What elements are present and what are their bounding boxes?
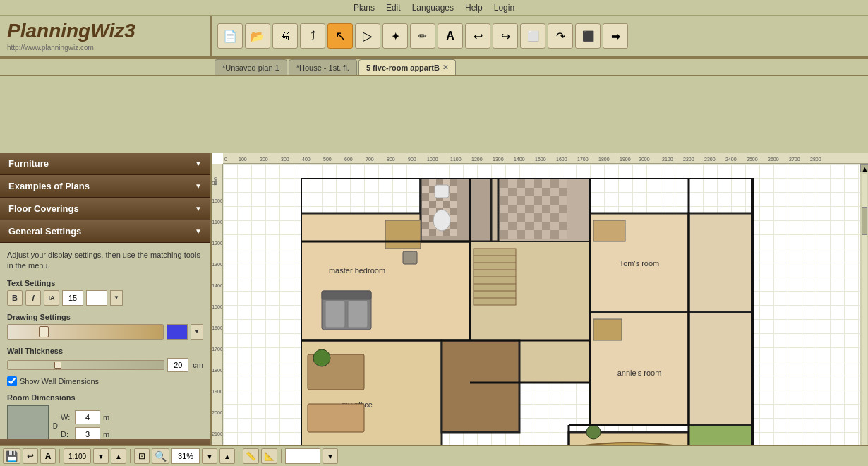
text-color-dropdown[interactable]: ▼ (110, 290, 123, 306)
tool-text[interactable]: A (438, 23, 463, 49)
tool-export[interactable]: ➡ (603, 23, 628, 49)
tool-rotate[interactable]: ↷ (548, 23, 573, 49)
general-settings-panel: Adjust your display settings, then use t… (0, 243, 210, 439)
svg-text:2300: 2300 (704, 157, 716, 162)
status-save-btn[interactable]: 💾 (3, 448, 20, 464)
tab-house[interactable]: *House - 1st. fl. (289, 59, 357, 75)
svg-rect-110 (508, 196, 517, 205)
tab-5room[interactable]: 5 five-room appartB ✕ (358, 59, 456, 75)
drawing-slider[interactable] (7, 324, 164, 340)
svg-rect-88 (429, 229, 436, 236)
unit-input[interactable]: Metric (285, 448, 320, 464)
sidebar-furniture[interactable]: Furniture ▼ (0, 153, 210, 175)
italic-btn[interactable]: f (25, 290, 41, 306)
sidebar-general-settings[interactable]: General Settings ▼ (0, 220, 210, 243)
status-text-btn[interactable]: A (40, 448, 56, 464)
tool-print[interactable]: 🖨 (272, 23, 298, 49)
svg-rect-121 (534, 205, 542, 213)
svg-text:1700: 1700 (577, 157, 589, 162)
scroll-up-btn[interactable]: ▲ (860, 164, 869, 172)
tool-redo[interactable]: ↪ (493, 23, 518, 49)
bold-btn[interactable]: B (7, 290, 23, 306)
drawing-color-dropdown[interactable]: ▼ (191, 324, 203, 340)
svg-text:1400: 1400 (212, 283, 223, 288)
zoom-percent-up[interactable]: ▲ (219, 448, 235, 464)
status-undo-btn[interactable]: ↩ (23, 448, 38, 464)
wall-thickness-row: cm (7, 358, 203, 372)
sidebar-floor-coverings[interactable]: Floor Coverings ▼ (0, 198, 210, 220)
tool-undo[interactable]: ↩ (465, 23, 490, 49)
zoom-out-btn[interactable]: 🔍 (152, 448, 169, 464)
canvas-area[interactable]: 0 100 200 300 400 500 600 700 800 900 10… (212, 153, 868, 466)
svg-rect-170 (593, 319, 622, 340)
drawing-color-picker[interactable] (167, 324, 188, 340)
measure-btn[interactable]: 📏 (243, 448, 259, 464)
tool-resize[interactable]: ⬜ (520, 23, 545, 49)
show-dims-checkbox[interactable] (7, 376, 17, 386)
svg-rect-140 (559, 222, 567, 230)
angle-btn[interactable]: 📐 (261, 448, 277, 464)
svg-text:2200: 2200 (683, 157, 694, 162)
width-label: W: (61, 413, 72, 422)
tool-room[interactable]: ✦ (382, 23, 408, 49)
svg-rect-119 (517, 205, 525, 213)
tool-crop[interactable]: ⬛ (575, 23, 601, 49)
wall-thickness-input[interactable] (167, 358, 188, 372)
menu-help[interactable]: Help (465, 3, 483, 13)
svg-rect-77 (422, 215, 429, 222)
svg-text:2100: 2100 (212, 431, 223, 436)
tool-draw-wall[interactable]: ▷ (355, 23, 380, 49)
scroll-thumb-v[interactable] (862, 207, 867, 235)
menu-login[interactable]: Login (494, 3, 514, 13)
svg-text:600: 600 (344, 157, 353, 162)
svg-rect-96 (525, 179, 534, 188)
svg-text:1800: 1800 (212, 368, 223, 373)
room-depth-input[interactable] (75, 427, 100, 439)
svg-rect-127 (517, 213, 525, 222)
svg-rect-69 (436, 201, 443, 208)
svg-rect-114 (542, 196, 550, 205)
svg-rect-118 (508, 205, 517, 213)
svg-text:1000: 1000 (427, 157, 438, 162)
room-dims-row: W D W: m D: m (7, 405, 203, 439)
svg-rect-82 (422, 222, 429, 229)
wall-thickness-slider[interactable] (7, 360, 164, 370)
svg-text:2000: 2000 (639, 157, 650, 162)
room-width-input[interactable] (75, 410, 100, 424)
tool-open[interactable]: 📂 (245, 23, 270, 49)
zoom-scale-display[interactable]: 1:100 (64, 448, 91, 464)
scrollbar-right[interactable]: ▲ ▼ (860, 164, 868, 466)
svg-rect-61 (450, 186, 457, 193)
svg-rect-30 (212, 164, 223, 466)
zoom-percent-input[interactable] (171, 448, 200, 464)
svg-text:0: 0 (224, 157, 227, 162)
zoom-percent-down[interactable]: ▼ (202, 448, 217, 464)
room-d-label: D (53, 422, 58, 429)
svg-rect-136 (525, 222, 534, 230)
tool-share[interactable]: ⤴ (300, 23, 325, 49)
zoom-scale-down[interactable]: ▼ (93, 448, 109, 464)
unit-dropdown[interactable]: ▼ (323, 448, 338, 464)
svg-rect-94 (508, 179, 517, 188)
tool-new[interactable]: 📄 (217, 23, 243, 49)
text-color-picker[interactable] (86, 290, 107, 306)
svg-rect-124 (559, 205, 567, 213)
svg-rect-139 (550, 222, 559, 230)
tool-select[interactable]: ↖ (327, 23, 353, 49)
menu-edit[interactable]: Edit (386, 3, 401, 13)
zoom-fit-btn[interactable]: ⊡ (134, 448, 150, 464)
zoom-scale-up[interactable]: ▲ (111, 448, 126, 464)
menu-languages[interactable]: Languages (412, 3, 454, 13)
svg-rect-98 (542, 179, 550, 188)
tool-pen[interactable]: ✏ (410, 23, 435, 49)
text-align-btn[interactable]: IA (44, 290, 59, 306)
svg-text:1200: 1200 (471, 157, 483, 162)
settings-description: Adjust your display settings, then use t… (7, 250, 203, 272)
tab-unsaved[interactable]: *Unsaved plan 1 (215, 59, 287, 75)
menu-plans[interactable]: Plans (354, 3, 375, 13)
text-size-input[interactable] (62, 290, 83, 306)
tab-close-icon[interactable]: ✕ (442, 64, 448, 71)
svg-rect-93 (500, 179, 508, 188)
sidebar-examples[interactable]: Examples of Plans ▼ (0, 175, 210, 198)
svg-rect-71 (450, 201, 457, 208)
